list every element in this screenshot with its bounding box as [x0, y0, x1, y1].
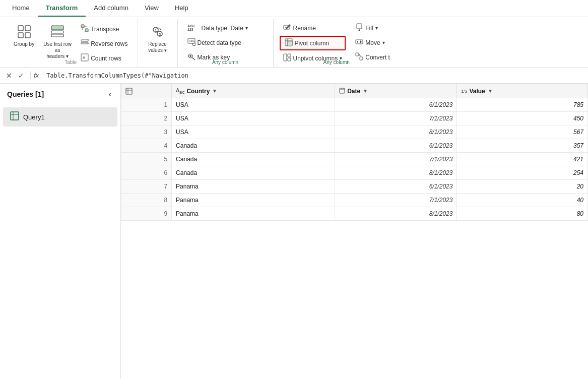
cell-country: Canada: [172, 166, 335, 180]
svg-point-29: [189, 55, 191, 57]
group-by-icon: [17, 25, 31, 40]
svg-rect-50: [126, 88, 132, 94]
cell-value: 785: [457, 98, 588, 112]
column-header-date: Date ▾: [335, 84, 457, 98]
svg-rect-53: [340, 88, 345, 93]
table-row: 9 Panama 8/1/2023 80: [121, 207, 588, 221]
cell-value: 567: [457, 125, 588, 139]
table-row: 6 Canada 8/1/2023 254: [121, 166, 588, 180]
row-number: 6: [121, 166, 172, 180]
row-number: 5: [121, 153, 172, 166]
date-type-icon: [339, 88, 345, 95]
cell-country: USA: [172, 125, 335, 139]
cell-country: Panama: [172, 180, 335, 194]
svg-rect-6: [51, 34, 63, 37]
cell-country: Panama: [172, 207, 335, 221]
data-type-button[interactable]: ABC 123 Data type: Date ▾: [184, 21, 251, 35]
query-item[interactable]: Query1: [3, 107, 117, 127]
use-first-row-button[interactable]: Use first row asheaders ▾: [40, 21, 75, 62]
data-type-dropdown[interactable]: ▾: [245, 25, 248, 31]
tab-help[interactable]: Help: [167, 0, 197, 17]
tab-add-column[interactable]: Add column: [86, 0, 137, 17]
any-column-label-right: Any column: [274, 59, 400, 65]
country-filter-button[interactable]: ▾: [212, 87, 218, 95]
group-by-label: Group by: [14, 41, 34, 47]
cell-value: 357: [457, 139, 588, 153]
row-number: 7: [121, 180, 172, 194]
fill-label: Fill: [365, 25, 373, 32]
sidebar-header: Queries [1] ‹: [0, 84, 120, 105]
svg-marker-43: [357, 40, 358, 43]
transpose-button[interactable]: Transpose: [77, 22, 131, 36]
svg-rect-5: [51, 31, 63, 33]
table-row: 1 USA 6/1/2023 785: [121, 98, 588, 112]
cell-value: 80: [457, 207, 588, 221]
data-type-label: Data type: Date: [202, 25, 243, 32]
pivot-column-label: Pivot column: [295, 40, 330, 47]
table-row: 3 USA 8/1/2023 567: [121, 125, 588, 139]
data-area[interactable]: ABC Country ▾: [121, 84, 588, 379]
cell-date: 6/1/2023: [335, 98, 457, 112]
formula-bar: ✕ ✓ fx Table.TransformColumnTypes(#"Navi…: [0, 68, 588, 84]
detect-data-type-button[interactable]: ABC Detect data type: [184, 36, 251, 49]
row-number: 1: [121, 98, 172, 112]
replace-values-button[interactable]: 1 2 Replacevalues ▾: [144, 21, 171, 56]
cell-country: Canada: [172, 139, 335, 153]
transpose-icon: [81, 24, 89, 34]
cell-value: 450: [457, 112, 588, 125]
value-col-label: Value: [469, 88, 485, 95]
formula-cancel-button[interactable]: ✕: [4, 71, 14, 81]
rename-button[interactable]: Rename: [280, 21, 346, 35]
queries-title: Queries [1]: [7, 90, 44, 98]
svg-marker-44: [360, 40, 362, 43]
svg-rect-0: [18, 26, 23, 31]
svg-rect-7: [81, 25, 84, 28]
tab-home[interactable]: Home: [4, 0, 38, 17]
svg-rect-45: [356, 53, 359, 56]
cell-country: USA: [172, 98, 335, 112]
detect-data-type-icon: ABC: [187, 38, 195, 47]
reverse-rows-button[interactable]: 2 1 Reverse rows: [77, 37, 131, 50]
move-button[interactable]: Move ▾: [352, 36, 394, 49]
svg-text:ABC: ABC: [187, 24, 195, 28]
use-first-row-label: Use first row asheaders ▾: [43, 41, 72, 59]
pivot-column-button[interactable]: Pivot column: [280, 36, 346, 50]
row-number: 3: [121, 125, 172, 139]
tab-transform[interactable]: Transform: [38, 0, 86, 17]
row-number: 8: [121, 194, 172, 207]
rename-icon: [283, 23, 291, 33]
tab-view[interactable]: View: [137, 0, 167, 17]
svg-rect-47: [11, 112, 19, 120]
query-icon: [10, 111, 19, 122]
formula-confirm-button[interactable]: ✓: [16, 71, 26, 81]
cell-date: 8/1/2023: [335, 166, 457, 180]
fill-button[interactable]: Fill ▾: [352, 21, 394, 35]
date-filter-button[interactable]: ▾: [362, 87, 368, 95]
group-by-button[interactable]: Group by: [10, 21, 38, 50]
svg-rect-4: [51, 26, 63, 30]
table-row: 7 Panama 6/1/2023 20: [121, 180, 588, 194]
fill-dropdown[interactable]: ▾: [375, 25, 378, 31]
fx-label: fx: [30, 72, 42, 79]
move-dropdown[interactable]: ▾: [382, 40, 385, 45]
replace-values-icon: 1 2: [151, 25, 165, 40]
fill-icon: [355, 23, 363, 33]
svg-text:1: 1: [87, 41, 89, 44]
move-icon: [355, 38, 363, 47]
value-filter-button[interactable]: ▾: [487, 87, 493, 95]
cell-country: Canada: [172, 153, 335, 166]
cell-country: USA: [172, 112, 335, 125]
detect-data-type-label: Detect data type: [198, 39, 241, 46]
svg-rect-37: [288, 54, 291, 57]
ribbon-group-replace: 1 2 Replacevalues ▾: [138, 19, 178, 67]
row-number: 4: [121, 139, 172, 153]
cell-date: 7/1/2023: [335, 153, 457, 166]
table-row: 4 Canada 6/1/2023 357: [121, 139, 588, 153]
query-name: Query1: [23, 113, 45, 121]
reverse-rows-icon: 2 1: [81, 39, 89, 48]
rename-label: Rename: [293, 25, 316, 32]
sidebar-collapse-button[interactable]: ‹: [107, 89, 113, 100]
use-first-row-icon: [50, 25, 64, 40]
table-row: 8 Panama 7/1/2023 40: [121, 194, 588, 207]
reverse-rows-label: Reverse rows: [91, 40, 127, 47]
